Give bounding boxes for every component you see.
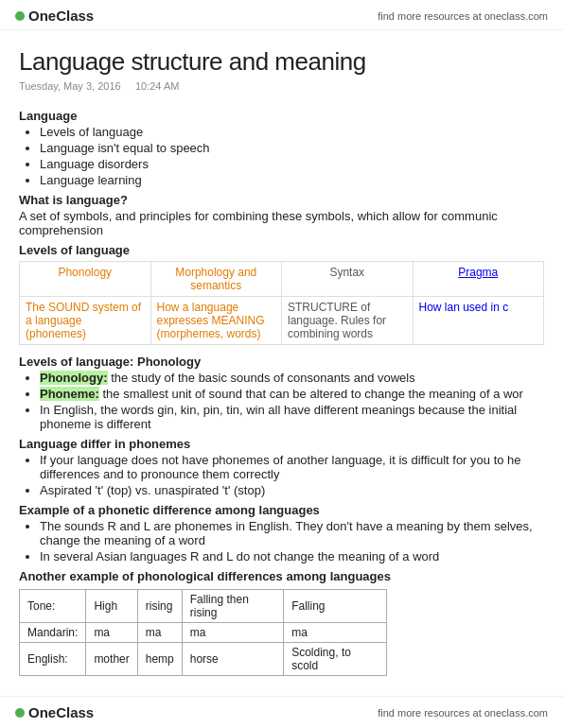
list-item: Language disorders xyxy=(40,157,544,171)
table-cell: Mandarin: xyxy=(20,623,86,643)
lang-differ-bullets: If your language does not have phonemes … xyxy=(19,453,544,497)
table-cell: Scolding, to scold xyxy=(284,643,386,676)
page-date: Tuesday, May 3, 2016 10:24 AM xyxy=(19,80,544,92)
table-cell: ma xyxy=(284,623,386,643)
list-item: If your language does not have phonemes … xyxy=(40,453,544,481)
language-bullets: Levels of language Language isn't equal … xyxy=(19,125,544,187)
table-cell: horse xyxy=(182,643,283,676)
logo-text: OneClass xyxy=(28,8,94,24)
table-cell: hemp xyxy=(137,643,182,676)
lang-differ-heading: Language differ in phonemes xyxy=(19,437,544,451)
english-example: In English, the words gin, kin, pin, tin… xyxy=(40,403,517,431)
phonology-rest: the study of the basic sounds of consona… xyxy=(111,371,415,385)
phonology-bullets: Phonology: the study of the basic sounds… xyxy=(19,371,544,431)
what-is-label: What is language? xyxy=(19,193,544,207)
table-cell: ma xyxy=(182,623,283,643)
phonology-heading: Levels of language: Phonology xyxy=(19,355,544,369)
list-item: Phonology: the study of the basic sounds… xyxy=(40,371,544,385)
page-title: Language structure and meaning xyxy=(19,47,544,77)
table-cell: The SOUND system of a language (phonemes… xyxy=(20,297,151,345)
footer-logo: OneClass xyxy=(15,704,94,720)
table-cell: mother xyxy=(86,643,137,676)
another-example-heading: Another example of phonological differen… xyxy=(19,569,544,583)
table-cell: STRUCTURE of language. Rules for combini… xyxy=(282,297,413,345)
phoneme-highlight: Phoneme: xyxy=(40,387,99,401)
list-item: Aspirated 't' (top) vs. unaspirated 't' … xyxy=(40,483,544,497)
phoneme-rest: the smallest unit of sound that can be a… xyxy=(102,387,522,401)
table-header-pragmatics: Pragma xyxy=(413,262,544,297)
phonetic-bullets: The sounds R and L are phonemes in Engli… xyxy=(19,519,544,563)
table-cell: English: xyxy=(20,643,86,676)
list-item: Phoneme: the smallest unit of sound that… xyxy=(40,387,544,401)
footer-logo-text: OneClass xyxy=(28,704,94,720)
header-link: find more resources at oneclass.com xyxy=(378,10,548,22)
tone-table: Tone: High rising Falling then rising Fa… xyxy=(19,589,387,676)
footer-link: find more resources at oneclass.com xyxy=(378,707,548,719)
table-header-phonology: Phonology xyxy=(20,262,151,297)
table-cell: ma xyxy=(137,623,182,643)
table-cell: ma xyxy=(86,623,137,643)
table-cell: Falling then rising xyxy=(182,590,283,623)
list-item: Levels of language xyxy=(40,125,544,139)
footer-logo-dot-icon xyxy=(15,708,25,718)
table-cell: Falling xyxy=(284,590,386,623)
logo-dot-icon xyxy=(15,11,25,21)
header: OneClass find more resources at oneclass… xyxy=(0,0,563,30)
list-item: Language isn't equal to speech xyxy=(40,141,544,155)
logo: OneClass xyxy=(15,8,94,24)
table-cell: High xyxy=(86,590,137,623)
levels-table: Phonology Morphology and semantics Synta… xyxy=(19,261,544,345)
phonology-highlight: Phonology: xyxy=(40,371,108,385)
list-item: Language learning xyxy=(40,173,544,187)
footer: OneClass find more resources at oneclass… xyxy=(0,696,563,728)
what-is-def: A set of symbols, and principles for com… xyxy=(19,209,544,237)
language-heading: Language xyxy=(19,109,544,123)
table-cell: How lan used in c xyxy=(413,297,544,345)
list-item: In several Asian languages R and L do no… xyxy=(40,549,544,563)
levels-label: Levels of language xyxy=(19,243,544,257)
list-item: The sounds R and L are phonemes in Engli… xyxy=(40,519,544,547)
table-cell: How a language expresses MEANING (morphe… xyxy=(150,297,282,345)
phonetic-diff-heading: Example of a phonetic difference among l… xyxy=(19,503,544,517)
main-content: Language structure and meaning Tuesday, … xyxy=(0,30,563,701)
table-header-syntax: Syntax xyxy=(282,262,413,297)
table-cell: Tone: xyxy=(20,590,86,623)
table-header-morphology: Morphology and semantics xyxy=(150,262,282,297)
table-cell: rising xyxy=(137,590,182,623)
list-item: In English, the words gin, kin, pin, tin… xyxy=(40,403,544,431)
